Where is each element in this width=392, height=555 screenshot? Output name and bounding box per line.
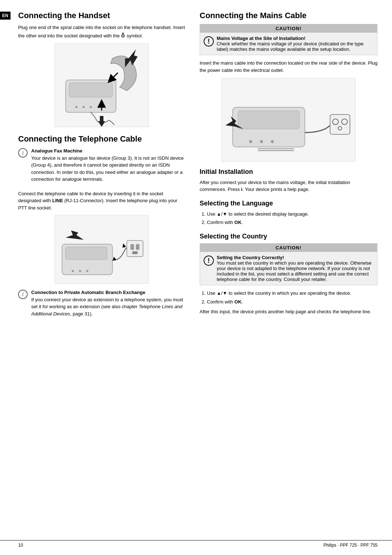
tel-cable-body: Connect the telephone cable to the devic… bbox=[18, 190, 185, 212]
select-language-steps: Use ▲/▼ to select the desired display la… bbox=[207, 211, 377, 226]
country-caution-text: Setting the Country Correctly! You must … bbox=[217, 255, 373, 282]
country-caution-body: ! Setting the Country Correctly! You mus… bbox=[200, 252, 377, 285]
language-tab: EN bbox=[0, 12, 11, 20]
right-column: Connecting the Mains Cable CAUTION! ! Ma… bbox=[200, 11, 377, 325]
tel-cable-illustration bbox=[54, 215, 149, 284]
mains-caution-icon: ! bbox=[204, 36, 214, 46]
country-step-1: Use ▲/▼ to select the country in which y… bbox=[207, 290, 377, 297]
svg-point-24 bbox=[260, 140, 263, 143]
svg-point-12 bbox=[79, 270, 81, 272]
svg-point-25 bbox=[271, 140, 274, 143]
svg-marker-18 bbox=[123, 243, 126, 248]
svg-rect-14 bbox=[127, 240, 143, 257]
tel-cable-section-title: Connecting the Telephone Cable bbox=[18, 134, 185, 144]
analogue-fax-title: Analogue Fax Machine bbox=[31, 148, 82, 154]
select-country-title: Selecting the Country bbox=[200, 233, 377, 241]
svg-rect-15 bbox=[130, 244, 134, 250]
svg-point-23 bbox=[249, 140, 252, 143]
initial-install-body: After you connect your device to the mai… bbox=[200, 179, 377, 193]
country-caution-icon: ! bbox=[204, 256, 214, 266]
svg-point-2 bbox=[75, 106, 78, 108]
svg-point-11 bbox=[72, 270, 74, 272]
svg-point-4 bbox=[90, 106, 92, 108]
country-step-2: Confirm with OK. bbox=[207, 298, 377, 306]
mains-illustration bbox=[221, 78, 356, 162]
handset-svg bbox=[55, 44, 148, 127]
pabx-info-content: Connection to Private Automatic Branch E… bbox=[31, 289, 185, 320]
svg-point-3 bbox=[82, 106, 85, 108]
info-icon-analogue: i bbox=[18, 148, 28, 158]
analogue-fax-info-box: i Analogue Fax Machine Your device is an… bbox=[18, 147, 185, 186]
pabx-info-box: i Connection to Private Automatic Branch… bbox=[18, 289, 185, 320]
analogue-fax-body: Your device is an analogue fax device (G… bbox=[31, 155, 184, 182]
svg-rect-26 bbox=[330, 114, 350, 134]
product-name: Philips · PPF 725 · PPF 755 bbox=[323, 543, 377, 548]
page-footer: 10 Philips · PPF 725 · PPF 755 bbox=[0, 540, 392, 548]
select-language-title: Selecting the Language bbox=[200, 200, 377, 208]
mains-section-title: Connecting the Mains Cable bbox=[200, 11, 377, 20]
svg-rect-16 bbox=[136, 244, 139, 250]
info-icon-pabx: i bbox=[18, 290, 28, 299]
mains-caution-body: ! Mains Voltage at the Site of Installat… bbox=[200, 33, 377, 55]
mains-svg bbox=[222, 78, 355, 162]
tel-cable-svg bbox=[55, 215, 148, 284]
country-caution-box: CAUTION! ! Setting the Country Correctly… bbox=[200, 243, 377, 285]
country-caution-desc: You must set the country in which you ar… bbox=[217, 260, 372, 282]
svg-rect-17 bbox=[132, 251, 138, 254]
country-caution-title: Setting the Country Correctly! bbox=[217, 255, 284, 260]
svg-rect-10 bbox=[66, 247, 107, 260]
country-after-body: After this input, the device prints anot… bbox=[200, 308, 377, 315]
svg-rect-1 bbox=[69, 83, 113, 97]
mains-caution-header: CAUTION! bbox=[200, 24, 377, 33]
svg-line-5 bbox=[111, 73, 118, 80]
left-column: Connecting the Handset Plug one end of t… bbox=[18, 11, 185, 325]
handset-illustration bbox=[54, 44, 149, 127]
svg-marker-20 bbox=[66, 230, 84, 240]
mains-caution-title: Mains Voltage at the Site of Installatio… bbox=[217, 36, 306, 41]
mains-caution-text: Mains Voltage at the Site of Installatio… bbox=[217, 36, 373, 52]
select-country-steps: Use ▲/▼ to select the country in which y… bbox=[207, 290, 377, 305]
analogue-fax-info-content: Analogue Fax Machine Your device is an a… bbox=[31, 147, 185, 186]
mains-caution-desc: Check whether the mains voltage of your … bbox=[217, 41, 364, 52]
svg-point-13 bbox=[86, 270, 88, 272]
language-step-1: Use ▲/▼ to select the desired display la… bbox=[207, 211, 377, 218]
country-caution-header: CAUTION! bbox=[200, 244, 377, 252]
svg-rect-22 bbox=[238, 111, 299, 129]
pabx-italic: Telephone Lines and Additional Devices bbox=[31, 304, 183, 317]
pabx-title: Connection to Private Automatic Branch E… bbox=[31, 290, 145, 295]
svg-marker-8 bbox=[98, 116, 105, 127]
language-step-2: Confirm with OK. bbox=[207, 219, 377, 226]
page: EN Connecting the Handset Plug one end o… bbox=[0, 0, 392, 555]
handset-section-title: Connecting the Handset bbox=[18, 11, 185, 20]
mains-body: Insert the mains cable into the connecti… bbox=[200, 60, 377, 74]
handset-body: Plug one end of the spiral cable into th… bbox=[18, 24, 185, 40]
mains-caution-box: CAUTION! ! Mains Voltage at the Site of … bbox=[200, 24, 377, 55]
initial-install-title: Initial Installation bbox=[200, 168, 377, 176]
page-number: 10 bbox=[18, 543, 23, 548]
